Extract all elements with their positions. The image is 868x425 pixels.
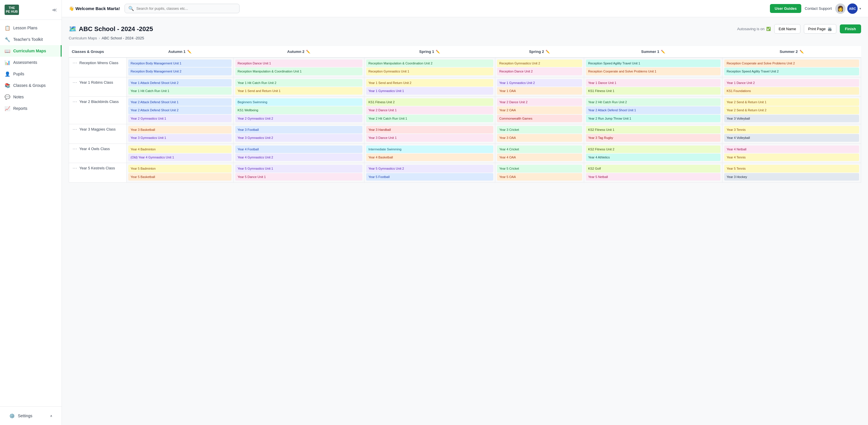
unit-card[interactable]: Year 2 Send & Return Unit 1 (724, 98, 859, 106)
unit-card[interactable]: (Old) Year 4 Gymnastics Unit 1 (128, 154, 231, 161)
unit-card[interactable]: Year 3 Tennis (724, 126, 859, 133)
unit-card[interactable]: Year 5 Football (366, 173, 493, 181)
unit-card[interactable]: Reception Gymnastics Unit 1 (366, 68, 493, 75)
unit-card[interactable]: Year 3 Tag Rugby (586, 134, 721, 141)
unit-card[interactable]: Year 1 Gymnastics Unit 2 (497, 79, 582, 87)
unit-card[interactable]: Year 5 Badminton (128, 165, 231, 172)
unit-card[interactable]: Year 3 Football (235, 126, 362, 133)
unit-card[interactable]: Year 4 OAA (497, 154, 582, 161)
unit-card[interactable]: Year 2 Hit Catch Run Unit 2 (586, 98, 721, 106)
unit-card[interactable]: Year 5 Gymnastics Unit 2 (366, 165, 493, 172)
edit-name-button[interactable]: Edit Name (774, 24, 800, 34)
unit-card[interactable]: Reception Speed Agility Travel Unit 2 (724, 68, 859, 75)
unit-card[interactable]: Year 5 Basketball (128, 173, 231, 181)
unit-card[interactable]: KS2 Fitness Unit 1 (586, 126, 721, 133)
sidebar-item-settings[interactable]: ⚙️ Settings ∧ (5, 410, 57, 422)
sidebar-item-teachers-toolkit[interactable]: 🔧Teacher's Toolkit (0, 34, 62, 45)
unit-card[interactable]: Year 5 Dance Unit 1 (235, 173, 362, 181)
unit-card[interactable]: Commonwealth Games (497, 115, 582, 122)
unit-card[interactable]: Year 2 OAA (497, 106, 582, 114)
unit-card[interactable]: Year 4 Athletics (586, 154, 721, 161)
edit-col-icon[interactable]: ✏️ (661, 50, 665, 54)
unit-card[interactable]: Year 2 Gymnastics Unit 1 (128, 115, 231, 122)
user-guides-button[interactable]: User Guides (770, 4, 801, 13)
search-input[interactable] (136, 6, 236, 11)
unit-card[interactable]: Year 3 Cricket (497, 126, 582, 133)
unit-card[interactable]: Reception Gymnastics Unit 2 (497, 60, 582, 67)
unit-card[interactable]: Year 1 Dance Unit 2 (724, 79, 859, 87)
unit-card[interactable]: Year 1 Gymnastics Unit 1 (366, 87, 493, 95)
unit-card[interactable]: Year 3 Gymnastics Unit 1 (128, 134, 231, 141)
unit-card[interactable]: Reception Cooperate and Solve Problems U… (586, 68, 721, 75)
sidebar-item-lesson-plans[interactable]: 📋Lesson Plans (0, 22, 62, 34)
unit-card[interactable]: Year 2 Dance Unit 2 (497, 98, 582, 106)
unit-card[interactable]: Year 5 OAA (497, 173, 582, 181)
unit-card[interactable]: Year 5 Cricket (497, 165, 582, 172)
unit-card[interactable]: Year 2 Attack Defend Shoot Unit 1 (586, 106, 721, 114)
unit-card[interactable]: Year 4 Football (235, 145, 362, 153)
unit-card[interactable]: Year 1 Send and Return Unit 1 (235, 87, 362, 95)
unit-card[interactable]: Year 3 Gymnastics Unit 2 (235, 134, 362, 141)
class-options-button[interactable]: ⋯ (72, 146, 77, 152)
sidebar-item-assessments[interactable]: 📊Assessments (0, 57, 62, 68)
class-options-button[interactable]: ⋯ (72, 60, 77, 66)
unit-card[interactable]: KS1 Wellbeing (235, 106, 362, 114)
edit-col-icon[interactable]: ✏️ (436, 50, 440, 54)
unit-card[interactable]: Reception Speed Agility Travel Unit 1 (586, 60, 721, 67)
print-page-button[interactable]: Print Page 🖨️ (804, 24, 836, 34)
unit-card[interactable]: KS1 Foundations (724, 87, 859, 95)
unit-card[interactable]: Reception Body Management Unit 2 (128, 68, 231, 75)
unit-card[interactable]: Year 4 Netball (724, 145, 859, 153)
unit-card[interactable]: KS1 Fitness Unit 1 (586, 87, 721, 95)
unit-card[interactable]: Year 1 Hit Catch Run Unit 2 (235, 79, 362, 87)
unit-card[interactable]: Year 1 Attack Defend Shoot Unit 2 (128, 79, 231, 87)
unit-card[interactable]: Year 4 Gymnastics Unit 2 (235, 154, 362, 161)
unit-card[interactable]: Year 1 OAA (497, 87, 582, 95)
unit-card[interactable]: Year 3 Volleyball (724, 115, 859, 122)
sidebar-item-curriculum-maps[interactable]: 📖Curriculum Maps (0, 45, 62, 57)
edit-col-icon[interactable]: ✏️ (306, 50, 310, 54)
unit-card[interactable]: Year 3 Hockey (724, 173, 859, 181)
unit-card[interactable]: Year 2 Hit Catch Run Unit 1 (366, 115, 493, 122)
sidebar-item-pupils[interactable]: 👤Pupils (0, 68, 62, 80)
class-options-button[interactable]: ⋯ (72, 165, 77, 171)
unit-card[interactable]: Reception Dance Unit 2 (497, 68, 582, 75)
unit-card[interactable]: Year 5 Gymnastics Unit 1 (235, 165, 362, 172)
unit-card[interactable]: Reception Body Management Unit 1 (128, 60, 231, 67)
unit-card[interactable]: KS2 Golf (586, 165, 721, 172)
unit-card[interactable]: Year 1 Send and Return Unit 2 (366, 79, 493, 87)
unit-card[interactable]: Year 3 Dance Unit 1 (366, 134, 493, 141)
finish-button[interactable]: Finish (840, 25, 861, 33)
unit-card[interactable]: Year 4 Badminton (128, 145, 231, 153)
unit-card[interactable]: Year 3 Basketball (128, 126, 231, 133)
unit-card[interactable]: Year 2 Send & Return Unit 2 (724, 106, 859, 114)
unit-card[interactable]: Year 2 Run Jump Throw Unit 1 (586, 115, 721, 122)
unit-card[interactable]: Year 2 Dance Unit 1 (366, 106, 493, 114)
unit-card[interactable]: Reception Manipulation & Coordination Un… (235, 68, 362, 75)
unit-card[interactable]: Reception Cooperate and Solve Problems U… (724, 60, 859, 67)
unit-card[interactable]: KS2 Fitness Unit 2 (586, 145, 721, 153)
avatar-group[interactable]: 👩 ABC ▾ (835, 3, 861, 14)
unit-card[interactable]: Year 2 Gymnastics Unit 2 (235, 115, 362, 122)
contact-support-link[interactable]: Contact Support (805, 6, 832, 11)
sidebar-item-classes-groups[interactable]: 📚Classes & Groups (0, 80, 62, 91)
edit-col-icon[interactable]: ✏️ (800, 50, 804, 54)
unit-card[interactable]: Intermediate Swimming (366, 145, 493, 153)
unit-card[interactable]: Beginners Swimming (235, 98, 362, 106)
unit-card[interactable]: Year 1 Dance Unit 1 (586, 79, 721, 87)
unit-card[interactable]: Year 2 Attack Defend Shoot Unit 1 (128, 98, 231, 106)
collapse-sidebar-button[interactable]: ≪ (52, 7, 57, 13)
unit-card[interactable]: Year 4 Tennis (724, 154, 859, 161)
breadcrumb-link-curriculum-maps[interactable]: Curriculum Maps (69, 36, 97, 40)
unit-card[interactable]: Reception Manipulation & Coordination Un… (366, 60, 493, 67)
unit-card[interactable]: Year 5 Tennis (724, 165, 859, 172)
class-options-button[interactable]: ⋯ (72, 80, 77, 85)
unit-card[interactable]: Reception Dance Unit 1 (235, 60, 362, 67)
sidebar-item-notes[interactable]: 💬Notes (0, 91, 62, 103)
unit-card[interactable]: Year 5 Netball (586, 173, 721, 181)
class-options-button[interactable]: ⋯ (72, 99, 77, 104)
unit-card[interactable]: Year 4 Volleyball (724, 134, 859, 141)
class-options-button[interactable]: ⋯ (72, 127, 77, 132)
unit-card[interactable]: KS1 Fitness Unit 2 (366, 98, 493, 106)
unit-card[interactable]: Year 3 Handball (366, 126, 493, 133)
